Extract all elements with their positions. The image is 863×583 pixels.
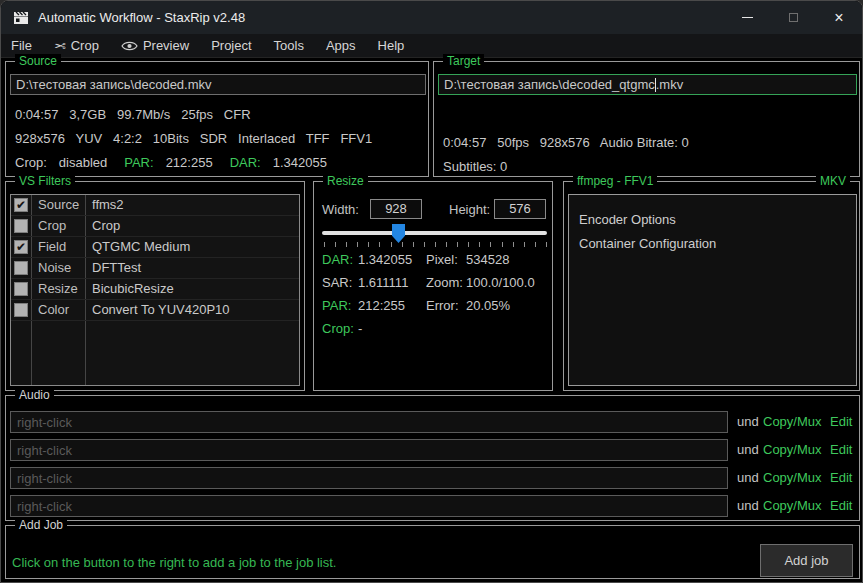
filter-row-crop[interactable]: Crop Crop xyxy=(11,216,299,237)
resize-group: Resize Width: 928 Height: 576 DAR: 1.342… xyxy=(313,181,553,391)
height-label: Height: xyxy=(449,202,490,217)
close-button[interactable]: × xyxy=(816,1,862,34)
filter-checkbox[interactable] xyxy=(14,261,28,275)
filter-row-source[interactable]: ✔ Source ffms2 xyxy=(11,195,299,216)
edit-link[interactable]: Edit xyxy=(830,442,852,457)
filter-row-color[interactable]: Color Convert To YUV420P10 xyxy=(11,300,299,321)
filter-checkbox[interactable] xyxy=(14,282,28,296)
menu-project[interactable]: Project xyxy=(211,38,251,53)
encoder-options-link[interactable]: Encoder Options xyxy=(579,212,676,227)
filter-checkbox[interactable] xyxy=(14,303,28,317)
filter-value[interactable]: DFTTest xyxy=(92,260,141,275)
resize-slider-track[interactable] xyxy=(322,231,547,235)
audio-language-label: und xyxy=(737,414,759,429)
pixel-value: 534528 xyxy=(466,252,509,267)
source-group: Source D:\тестовая запись\decoded.mkv 0:… xyxy=(5,61,429,177)
height-input[interactable]: 576 xyxy=(494,199,546,219)
filter-category: Noise xyxy=(38,260,71,275)
filter-value[interactable]: ffms2 xyxy=(92,197,124,212)
source-path-field[interactable]: D:\тестовая запись\decoded.mkv xyxy=(10,74,426,95)
menu-tools[interactable]: Tools xyxy=(274,38,304,53)
resize-stats-row: DAR: 1.342055 Pixel: 534528 xyxy=(314,252,552,268)
menu-help[interactable]: Help xyxy=(378,38,405,53)
audio-placeholder: right-click xyxy=(17,443,72,458)
filter-value[interactable]: Convert To YUV420P10 xyxy=(92,302,230,317)
filter-row-field[interactable]: ✔ Field QTGMC Medium xyxy=(11,237,299,258)
audio-placeholder: right-click xyxy=(17,471,72,486)
vs-filters-group: VS Filters ✔ Source ffms2 Crop Crop ✔ Fi… xyxy=(5,181,305,391)
filter-checkbox[interactable] xyxy=(14,219,28,233)
source-group-title: Source xyxy=(15,54,61,68)
filter-row-noise[interactable]: Noise DFTTest xyxy=(11,258,299,279)
width-label: Width: xyxy=(322,202,359,217)
copy-mux-link[interactable]: Copy/Mux xyxy=(763,414,822,429)
audio-language-label: und xyxy=(737,470,759,485)
audio-track-field[interactable]: right-click xyxy=(10,411,728,433)
zoom-label: Zoom: xyxy=(426,275,463,290)
sar-label: SAR: xyxy=(322,275,352,290)
audio-track-field[interactable]: right-click xyxy=(10,495,728,517)
source-par-label: PAR: xyxy=(124,155,153,170)
edit-link[interactable]: Edit xyxy=(830,470,852,485)
target-info-line1: 0:04:57 50fps 928x576 Audio Bitrate: 0 xyxy=(443,135,689,150)
vs-filters-group-title: VS Filters xyxy=(15,174,75,188)
par-value: 212:255 xyxy=(358,298,405,313)
menu-apps[interactable]: Apps xyxy=(326,38,356,53)
audio-group: Audio right-click und Copy/Mux Edit righ… xyxy=(5,395,860,521)
source-path-text: D:\тестовая запись\decoded.mkv xyxy=(16,77,212,92)
dar-value: 1.342055 xyxy=(358,252,412,267)
audio-track-field[interactable]: right-click xyxy=(10,439,728,461)
audio-track-field[interactable]: right-click xyxy=(10,467,728,489)
copy-mux-link[interactable]: Copy/Mux xyxy=(763,470,822,485)
add-job-button[interactable]: Add job xyxy=(760,544,853,577)
resize-slider-thumb[interactable] xyxy=(392,224,405,243)
resize-stats-row: PAR: 212:255 Error: 20.05% xyxy=(314,298,552,314)
maximize-button[interactable] xyxy=(770,1,816,34)
filter-value[interactable]: Crop xyxy=(92,218,120,233)
filter-checkbox[interactable]: ✔ xyxy=(14,198,28,212)
filter-checkbox[interactable]: ✔ xyxy=(14,240,28,254)
edit-link[interactable]: Edit xyxy=(830,498,852,513)
edit-link[interactable]: Edit xyxy=(830,414,852,429)
resize-stats-row: Crop: - xyxy=(314,321,552,337)
menubar: File ✂ Crop Preview Project Tools Apps H… xyxy=(1,34,862,58)
width-input[interactable]: 928 xyxy=(370,199,422,219)
source-dar-value: 1.342055 xyxy=(273,155,327,170)
menu-preview[interactable]: Preview xyxy=(121,38,189,53)
filter-category: Field xyxy=(38,239,66,254)
target-info-line2: Subtitles: 0 xyxy=(443,159,507,174)
target-path-field[interactable]: D:\тестовая запись\decoded_qtgmc.mkv xyxy=(438,74,857,95)
minimize-button[interactable] xyxy=(724,1,770,34)
filter-category: Crop xyxy=(38,218,66,233)
filter-value[interactable]: QTGMC Medium xyxy=(92,239,190,254)
window-title: Automatic Workflow - StaxRip v2.48 xyxy=(38,10,245,25)
filter-row-resize[interactable]: Resize BicubicResize xyxy=(11,279,299,300)
copy-mux-link[interactable]: Copy/Mux xyxy=(763,442,822,457)
encoder-options-panel: Encoder Options Container Configuration xyxy=(568,194,857,386)
add-job-group: Add Job Click on the button to the right… xyxy=(5,525,860,579)
slider-tick-marks xyxy=(324,242,547,248)
audio-language-label: und xyxy=(737,442,759,457)
encoder-group-title: ffmpeg - FFV1 xyxy=(573,174,657,188)
vs-filters-table: ✔ Source ffms2 Crop Crop ✔ Field QTGMC M… xyxy=(10,194,300,386)
staxrip-window: Automatic Workflow - StaxRip v2.48 × Fil… xyxy=(0,0,863,583)
par-label: PAR: xyxy=(322,298,351,313)
clapperboard-icon xyxy=(13,10,29,26)
container-format-label[interactable]: MKV xyxy=(816,174,850,188)
add-job-group-title: Add Job xyxy=(15,518,67,532)
filter-category: Resize xyxy=(38,281,78,296)
source-crop-value: disabled xyxy=(59,155,107,170)
copy-mux-link[interactable]: Copy/Mux xyxy=(763,498,822,513)
menu-crop[interactable]: ✂ Crop xyxy=(54,38,99,54)
dar-label: DAR: xyxy=(322,252,353,267)
source-par-value: 212:255 xyxy=(166,155,213,170)
target-path-text-after: .mkv xyxy=(656,77,683,92)
add-job-hint: Click on the button to the right to add … xyxy=(12,555,336,570)
source-crop-label: Crop: xyxy=(15,155,47,170)
menu-file[interactable]: File xyxy=(11,38,32,53)
target-path-text-before: D:\тестовая запись\decoded_qtgmc xyxy=(444,77,655,92)
titlebar: Automatic Workflow - StaxRip v2.48 × xyxy=(1,1,862,34)
filter-value[interactable]: BicubicResize xyxy=(92,281,174,296)
container-configuration-link[interactable]: Container Configuration xyxy=(579,236,716,251)
minimize-icon xyxy=(742,17,753,18)
